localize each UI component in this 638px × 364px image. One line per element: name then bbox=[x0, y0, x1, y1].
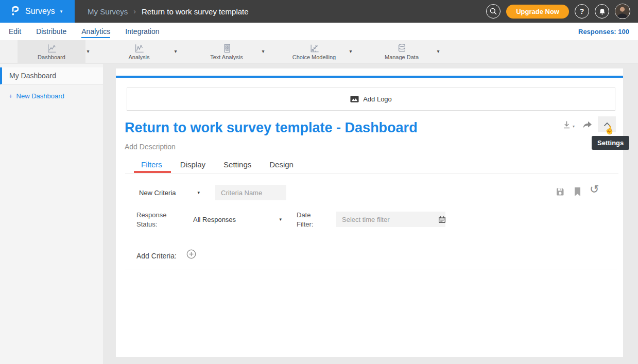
toolbar-item-text-analysis[interactable]: Text Analysis bbox=[193, 40, 261, 63]
plus-icon: + bbox=[9, 92, 13, 100]
calendar-icon[interactable] bbox=[438, 216, 446, 223]
choice-modelling-icon bbox=[309, 43, 320, 54]
responses-count[interactable]: Responses: 100 bbox=[578, 28, 629, 36]
section-divider bbox=[125, 269, 617, 269]
panel-accent-bar bbox=[116, 76, 623, 78]
tab-design[interactable]: Design bbox=[269, 160, 294, 169]
reset-undo-icon: ↺ bbox=[590, 183, 599, 196]
toolbar-item-label: Manage Data bbox=[385, 54, 419, 60]
questionpro-logo-icon bbox=[10, 5, 21, 18]
toolbar-item-label: Text Analysis bbox=[210, 54, 243, 60]
dashboard-sidebar: My Dashboard + New Dashboard bbox=[0, 64, 103, 364]
date-filter-label: Date Filter: bbox=[297, 211, 319, 229]
tab-edit[interactable]: Edit bbox=[9, 25, 21, 38]
toolbar-item-label: Analysis bbox=[129, 54, 150, 60]
notifications-button[interactable] bbox=[595, 4, 609, 19]
tab-filters[interactable]: Filters bbox=[141, 160, 162, 169]
add-description-placeholder[interactable]: Add Description bbox=[125, 143, 176, 151]
breadcrumb-my-surveys[interactable]: My Surveys bbox=[88, 7, 128, 16]
text-analysis-menu-caret[interactable]: ▾ bbox=[259, 46, 267, 57]
database-icon bbox=[396, 43, 407, 54]
response-status-label: Response Status: bbox=[136, 211, 169, 229]
manage-data-menu-caret[interactable]: ▾ bbox=[434, 46, 442, 57]
text-analysis-icon bbox=[221, 43, 232, 54]
criteria-name-input[interactable] bbox=[215, 185, 286, 200]
date-filter-field[interactable] bbox=[336, 212, 445, 227]
cursor-hand-icon: ☝ bbox=[603, 124, 615, 136]
breadcrumb: My Surveys › Return to work survey templ… bbox=[88, 7, 249, 16]
new-dashboard-label: New Dashboard bbox=[16, 92, 64, 100]
product-label: Surveys bbox=[25, 7, 55, 16]
search-icon bbox=[489, 7, 497, 15]
add-criteria-label: Add Criteria: bbox=[136, 251, 177, 261]
toolbar-item-manage-data[interactable]: Manage Data bbox=[368, 40, 436, 63]
tab-distribute[interactable]: Distribute bbox=[36, 25, 66, 38]
toolbar-item-dashboard[interactable]: Dashboard bbox=[18, 40, 85, 63]
add-logo-label: Add Logo bbox=[363, 95, 392, 103]
analysis-chart-icon bbox=[134, 43, 145, 54]
criteria-type-select[interactable]: New Criteria ▾ bbox=[139, 185, 200, 200]
sidebar-item-label: My Dashboard bbox=[9, 72, 56, 80]
toolbar-item-label: Choice Modelling bbox=[292, 54, 336, 60]
bookmark-icon bbox=[574, 187, 581, 197]
plus-circle-icon bbox=[186, 249, 197, 259]
tab-analytics[interactable]: Analytics bbox=[81, 25, 110, 38]
chevron-down-icon: ▾ bbox=[197, 190, 200, 195]
save-icon bbox=[555, 187, 565, 197]
add-criteria-button[interactable] bbox=[186, 249, 197, 259]
reset-criteria-button[interactable]: ↺ bbox=[590, 183, 599, 196]
search-button[interactable] bbox=[486, 4, 501, 19]
add-logo-button[interactable]: Add Logo bbox=[127, 88, 615, 111]
help-button[interactable]: ? bbox=[575, 4, 589, 19]
chevron-down-icon: ▾ bbox=[60, 9, 63, 14]
new-dashboard-button[interactable]: + New Dashboard bbox=[0, 92, 103, 100]
breadcrumb-separator-icon: › bbox=[133, 7, 136, 15]
product-switcher[interactable]: Surveys ▾ bbox=[0, 0, 75, 23]
download-options-caret: ▾ bbox=[573, 124, 575, 129]
survey-nav: Edit Distribute Analytics Integration Re… bbox=[0, 23, 638, 40]
question-mark-icon: ? bbox=[580, 7, 584, 15]
breadcrumb-current: Return to work survey template bbox=[142, 7, 249, 16]
upgrade-now-button[interactable]: Upgrade Now bbox=[506, 5, 569, 19]
choice-modelling-menu-caret[interactable]: ▾ bbox=[347, 46, 355, 57]
save-criteria-button[interactable] bbox=[555, 187, 565, 197]
dashboard-panel: Add Logo Return to work survey template … bbox=[116, 68, 623, 357]
analytics-toolbar: Dashboard ▾ Analysis ▾ Text Analysis bbox=[0, 40, 638, 63]
page-title[interactable]: Return to work survey template - Dashboa… bbox=[125, 120, 418, 136]
chevron-down-icon: ▾ bbox=[279, 217, 282, 222]
download-icon bbox=[562, 120, 572, 130]
toolbar-item-analysis[interactable]: Analysis bbox=[105, 40, 173, 63]
analysis-menu-caret[interactable]: ▾ bbox=[171, 46, 180, 57]
date-filter-input[interactable] bbox=[336, 212, 438, 227]
image-icon bbox=[350, 95, 359, 103]
panel-tabs: Filters Display Settings Design bbox=[125, 160, 294, 169]
toolbar-item-label: Dashboard bbox=[38, 54, 65, 60]
toolbar-item-choice-modelling[interactable]: Choice Modelling bbox=[280, 40, 348, 63]
tab-display[interactable]: Display bbox=[180, 160, 205, 169]
response-status-value: All Responses bbox=[193, 216, 236, 223]
sidebar-item-my-dashboard[interactable]: My Dashboard bbox=[0, 67, 103, 84]
tab-settings[interactable]: Settings bbox=[223, 160, 251, 169]
user-avatar[interactable] bbox=[615, 4, 630, 19]
bell-icon bbox=[598, 8, 606, 15]
dashboard-chart-icon bbox=[46, 43, 57, 54]
header-actions: Upgrade Now ? bbox=[486, 4, 638, 19]
criteria-type-value: New Criteria bbox=[139, 189, 176, 197]
bookmark-criteria-button[interactable] bbox=[574, 187, 581, 197]
share-arrow-icon bbox=[582, 119, 593, 129]
tabs-divider bbox=[125, 173, 618, 174]
download-button[interactable]: ▾ bbox=[562, 120, 575, 130]
tab-integration[interactable]: Integration bbox=[125, 25, 159, 38]
share-button[interactable] bbox=[582, 119, 593, 129]
settings-tooltip: Settings bbox=[592, 136, 629, 150]
top-header: Surveys ▾ My Surveys › Return to work su… bbox=[0, 0, 638, 23]
dashboard-menu-caret[interactable]: ▾ bbox=[84, 46, 92, 57]
response-status-select[interactable]: All Responses ▾ bbox=[193, 212, 282, 227]
